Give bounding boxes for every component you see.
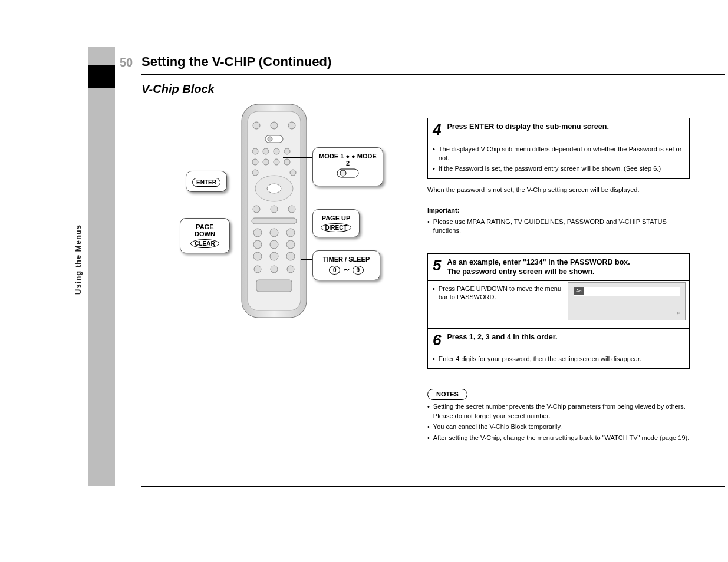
svg-point-34 [287,266,294,273]
svg-point-13 [274,159,279,165]
note-2: You can cancel the V-Chip Block temporar… [427,422,690,431]
side-tab-label: Using the Menus [74,224,83,295]
step-4-box: 4 Press ENTER to display the sub-menu sc… [427,118,690,179]
password-dashes: – – – – [601,287,636,296]
section-subtitle: V-Chip Block [141,82,215,96]
side-tab-marker [88,65,115,88]
callout-mode-switch: MODE 1 ● ● MODE 2 [312,147,383,186]
svg-point-11 [252,159,258,165]
svg-point-33 [271,266,278,273]
svg-point-37 [340,170,346,176]
svg-point-28 [286,240,295,249]
important-bullet-1: Please use MPAA RATING, TV GUIDELINES, P… [427,217,690,235]
step-5-title: As an example, enter "1234" in the PASSW… [447,257,630,277]
intertext-no-password: When the password is not set, the V-Chip… [427,186,690,194]
step-4-bullet-1: The displayed V-Chip sub menu differs de… [433,145,684,163]
manual-page: Using the Menus 50 Setting the V-CHIP (C… [44,0,693,530]
svg-point-29 [253,252,262,260]
svg-point-14 [284,159,290,165]
num-zero-icon: 0 [329,266,341,275]
num-nine-icon: 9 [353,266,364,275]
step-5-number: 5 [433,257,441,273]
timer-sleep-label: TIMER / SLEEP [319,256,374,263]
tilde: ～ [342,265,351,274]
mode-switch-label: MODE 1 ● ● MODE 2 [319,153,377,167]
step-5-box: 5 As an example, enter "1234" in the PAS… [427,253,690,369]
svg-point-3 [271,122,278,129]
divider-top [141,74,725,75]
number-range: 0 ～ 9 [319,264,374,275]
remote-icon [239,103,309,321]
svg-point-18 [267,184,281,193]
step-6-number: 6 [433,332,441,348]
svg-point-30 [270,252,278,260]
step-5-bullet: Press PAGE UP/DOWN to move the menu bar … [433,285,562,302]
svg-point-31 [286,252,295,260]
svg-point-2 [253,122,260,129]
leader-line [286,224,315,224]
svg-point-15 [252,170,258,176]
password-input-bar: Aa – – – – [574,287,680,296]
svg-point-9 [274,148,279,154]
callout-page-up: PAGE UP DIRECT [312,209,360,237]
svg-point-26 [253,240,262,249]
switch-icon [336,167,360,180]
svg-rect-22 [252,218,297,224]
svg-point-24 [270,229,278,237]
svg-point-20 [271,206,278,213]
svg-point-7 [252,148,258,154]
page-number: 50 [120,56,133,70]
important-label: Important: [427,207,459,214]
notes-caption: NOTES [427,389,467,400]
remote-diagram: MODE 1 ● ● MODE 2 ENTER PAGE UP DIRECT P… [180,103,410,339]
svg-point-16 [290,170,296,176]
divider-bottom [141,486,725,487]
svg-point-27 [270,240,278,249]
side-tab-bg [88,47,115,486]
callout-timer-sleep: TIMER / SLEEP 0 ～ 9 [312,250,380,280]
page-up-label: PAGE UP [319,214,353,222]
svg-point-6 [268,137,272,141]
page-down-label: PAGE DOWN [186,223,223,237]
step-4-title: Press ENTER to display the sub-menu scre… [447,122,608,131]
svg-point-10 [284,148,290,154]
callout-enter: ENTER [186,171,227,192]
step-6-title: Press 1, 2, 3 and 4 in this order. [447,332,557,342]
password-hint-icon: ⏎ [677,310,680,316]
svg-point-21 [288,206,295,213]
svg-point-8 [263,148,269,154]
password-screen: Aa – – – – ⏎ [568,282,686,320]
svg-point-19 [253,206,260,213]
important-block: Important: Please use MPAA RATING, TV GU… [427,206,690,237]
svg-point-32 [254,266,261,273]
enter-button-icon: ENTER [192,178,220,187]
notes-block: NOTES Setting the secret number prevents… [427,389,690,444]
step-6-bullet: Enter 4 digits for your password, then t… [433,355,684,363]
step-4-bullet-2: If the Password is set, the password ent… [433,164,684,173]
svg-point-25 [286,229,295,237]
step-4-number: 4 [433,122,441,137]
leader-line [283,157,315,158]
svg-point-12 [263,159,269,165]
direct-button-icon: DIRECT [321,223,351,232]
callout-page-down: PAGE DOWN CLEAR [180,218,230,253]
note-3: After setting the V-Chip, change the men… [427,434,690,442]
page-title: Setting the V-CHIP (Continued) [141,54,331,70]
note-1: Setting the secret number prevents the V… [427,402,690,421]
svg-point-4 [288,122,295,129]
svg-rect-35 [256,280,292,292]
clear-button-icon: CLEAR [190,239,219,248]
svg-point-23 [253,229,262,237]
password-field-icon: Aa [574,287,584,295]
